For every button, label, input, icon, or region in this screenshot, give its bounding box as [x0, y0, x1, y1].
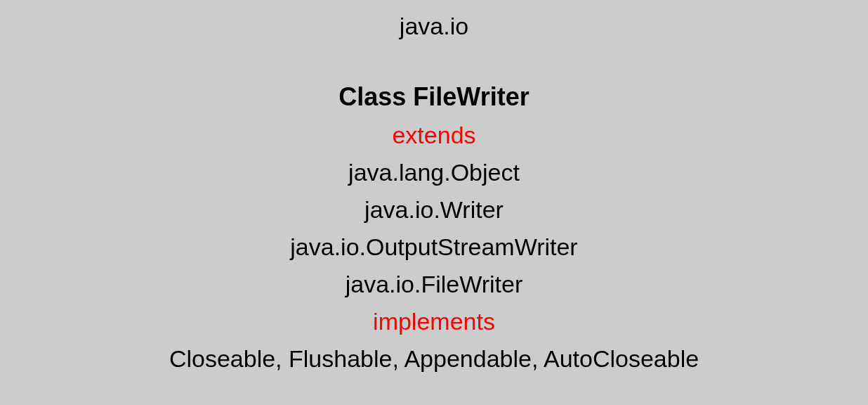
implemented-interfaces: Closeable, Flushable, Appendable, AutoCl… [169, 345, 699, 373]
extends-keyword: extends [392, 122, 475, 149]
hierarchy-level-1: java.io.Writer [364, 196, 504, 224]
implements-keyword: implements [373, 308, 495, 335]
class-title: Class FileWriter [338, 82, 529, 112]
hierarchy-level-3: java.io.FileWriter [346, 271, 523, 298]
hierarchy-level-2: java.io.OutputStreamWriter [290, 233, 577, 261]
hierarchy-level-0: java.lang.Object [348, 159, 520, 186]
package-name: java.io [400, 13, 468, 40]
